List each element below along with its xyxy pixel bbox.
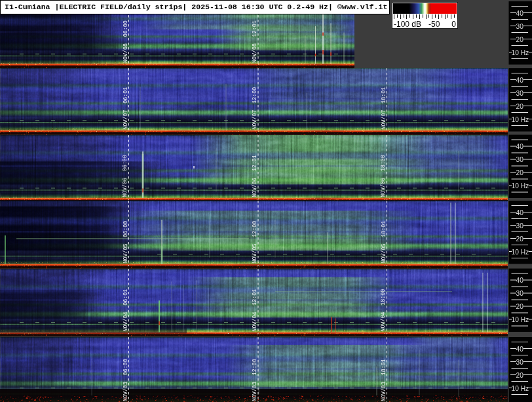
svg-text:NOV/08 06:00: NOV/08 06:00	[123, 20, 128, 63]
svg-text:10 Hz: 10 Hz	[511, 385, 529, 392]
svg-text:10 Hz: 10 Hz	[511, 49, 529, 56]
svg-text:30: 30	[516, 156, 524, 163]
svg-text:40: 40	[516, 277, 524, 284]
svg-text:40: 40	[516, 209, 524, 216]
svg-text:20: 20	[516, 235, 524, 243]
svg-text:NOV/06 12:01: NOV/06 12:01	[252, 155, 257, 197]
svg-text:NOV/04 06:01: NOV/04 06:01	[123, 289, 128, 331]
svg-text:30: 30	[516, 222, 524, 230]
svg-text:20: 20	[516, 36, 524, 43]
svg-text:NOV/08 12:01: NOV/08 12:01	[252, 20, 257, 63]
svg-text:NOV/07 06:01: NOV/07 06:01	[123, 87, 128, 130]
svg-text:20: 20	[516, 372, 524, 379]
svg-text:NOV/05 12:00: NOV/05 12:00	[252, 221, 257, 264]
svg-text:10 Hz: 10 Hz	[511, 116, 529, 123]
svg-text:NOV/05 06:00: NOV/05 06:00	[123, 221, 128, 264]
svg-text:40: 40	[516, 77, 524, 84]
svg-text:30: 30	[516, 90, 524, 97]
svg-text:10 Hz: 10 Hz	[511, 249, 529, 256]
svg-text:NOV/07 12:00: NOV/07 12:00	[252, 87, 257, 130]
svg-text:20: 20	[516, 103, 524, 110]
svg-text:30: 30	[516, 23, 524, 30]
svg-text:NOV/06 18:00: NOV/06 18:00	[380, 155, 386, 197]
svg-text:NOV/06 06:00: NOV/06 06:00	[123, 155, 128, 197]
svg-text:40: 40	[516, 10, 524, 17]
svg-text:10 Hz: 10 Hz	[511, 316, 529, 323]
svg-text:20: 20	[516, 169, 524, 176]
svg-text:30: 30	[516, 359, 524, 366]
svg-text:10 Hz: 10 Hz	[511, 182, 529, 190]
svg-text:30: 30	[516, 290, 524, 297]
svg-text:NOV/07 18:01: NOV/07 18:01	[381, 87, 387, 130]
svg-text:40: 40	[516, 346, 524, 353]
svg-text:NOV/04 12:01: NOV/04 12:01	[252, 289, 257, 331]
svg-text:NOV/03 18:01: NOV/03 18:01	[381, 359, 387, 401]
svg-text:20: 20	[516, 303, 524, 310]
svg-text:NOV/04 18:00: NOV/04 18:00	[380, 289, 386, 331]
svg-text:NOV/03 12:00: NOV/03 12:00	[252, 359, 257, 401]
svg-text:NOV/03 06:00: NOV/03 06:00	[123, 359, 128, 401]
svg-text:NOV/05 18:01: NOV/05 18:01	[381, 221, 387, 264]
svg-text:40: 40	[516, 143, 524, 150]
